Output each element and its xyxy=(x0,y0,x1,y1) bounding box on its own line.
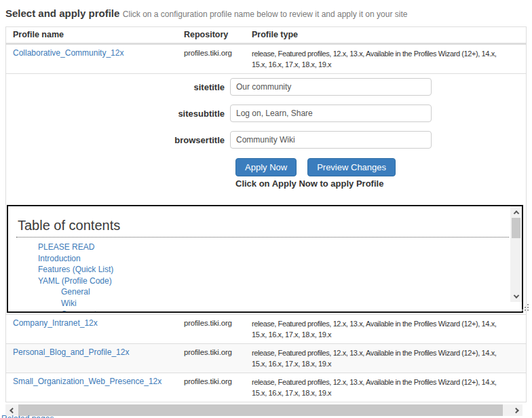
sitesubtitle-input[interactable] xyxy=(230,104,432,122)
profile-link-personal-blog[interactable]: Personal_Blog_and_Profile_12x xyxy=(13,347,129,357)
apply-helper-text: Click on Apply Now to apply Profile xyxy=(235,178,526,189)
clipped-bottom-link[interactable]: Related pages xyxy=(1,414,54,418)
repository-value: profiles.tiki.org xyxy=(177,45,245,73)
form-row-browsertitle: browsertitle xyxy=(6,131,526,149)
scroll-right-arrow-icon[interactable] xyxy=(511,404,522,416)
column-header-profile-name: Profile name xyxy=(6,27,177,43)
profile-preview-frame: Table of contents PLEASE READ Introducti… xyxy=(7,205,523,313)
profile-type-value: release, Featured profiles, 12.x, 13.x, … xyxy=(245,344,526,373)
vertical-scroll-thumb[interactable] xyxy=(512,218,520,238)
toc-divider xyxy=(16,237,509,238)
toc-link-general[interactable]: General xyxy=(61,286,510,298)
toc-link-features-quick-list[interactable]: Features (Quick List) xyxy=(38,264,510,276)
button-row: Apply Now Preview Changes xyxy=(235,158,526,176)
table-row-company-intranet: Company_Intranet_12x profiles.tiki.org r… xyxy=(6,314,526,343)
toc-link-wiki[interactable]: Wiki xyxy=(61,298,510,309)
resize-grip-icon[interactable] xyxy=(522,304,529,311)
profile-link-collaborative-community[interactable]: Collaborative_Community_12x xyxy=(13,48,124,58)
scroll-up-arrow-icon[interactable] xyxy=(510,207,522,217)
page-head: Select and apply profile Click on a conf… xyxy=(5,7,527,20)
table-row-small-organization: Small_Organization_Web_Presence_12x prof… xyxy=(6,373,526,402)
apply-now-button[interactable]: Apply Now xyxy=(235,158,297,176)
column-header-repository: Repository xyxy=(177,27,245,43)
toc-link-comments[interactable]: Comments xyxy=(61,309,510,311)
toc-heading: Table of contents xyxy=(18,218,510,233)
profile-link-company-intranet[interactable]: Company_Intranet_12x xyxy=(13,318,98,328)
profile-type-value: release, Featured profiles, 12.x, 13.x, … xyxy=(245,373,526,402)
table-header-row: Profile name Repository Profile type xyxy=(6,27,526,44)
profile-link-small-organization[interactable]: Small_Organization_Web_Presence_12x xyxy=(13,377,162,386)
toc-link-introduction[interactable]: Introduction xyxy=(38,253,510,265)
repository-value: profiles.tiki.org xyxy=(177,373,245,402)
repository-value: profiles.tiki.org xyxy=(177,344,245,373)
preview-vertical-scrollbar[interactable] xyxy=(510,206,522,302)
repository-value: profiles.tiki.org xyxy=(177,315,245,343)
table-row-personal-blog: Personal_Blog_and_Profile_12x profiles.t… xyxy=(6,343,526,373)
profile-type-value: release, Featured profiles, 12.x, 13.x, … xyxy=(245,315,526,343)
profile-type-value: release, Featured profiles, 12.x, 13.x, … xyxy=(245,45,526,73)
sitetitle-label: sitetitle xyxy=(6,82,230,92)
browsertitle-label: browsertitle xyxy=(6,135,230,145)
table-row-collaborative-community: Collaborative_Community_12x profiles.tik… xyxy=(6,44,526,73)
browsertitle-input[interactable] xyxy=(230,131,432,149)
sitetitle-input[interactable] xyxy=(230,78,432,96)
horizontal-scrollbar[interactable] xyxy=(5,404,522,416)
horizontal-scroll-thumb[interactable] xyxy=(18,404,503,416)
sitesubtitle-label: sitesubtitle xyxy=(6,109,230,119)
preview-content: Table of contents PLEASE READ Introducti… xyxy=(8,206,510,311)
profiles-table: Profile name Repository Profile type Col… xyxy=(5,26,527,402)
column-header-profile-type: Profile type xyxy=(245,27,526,43)
toc-link-please-read[interactable]: PLEASE READ xyxy=(38,242,510,253)
toc-link-yaml-profile-code[interactable]: YAML (Profile Code) xyxy=(38,276,510,287)
form-row-sitetitle: sitetitle xyxy=(6,78,526,96)
expanded-profile-section: sitetitle sitesubtitle browsertitle Appl… xyxy=(6,73,526,314)
preview-changes-button[interactable]: Preview Changes xyxy=(307,158,396,176)
page-title: Select and apply profile xyxy=(5,7,119,19)
form-row-sitesubtitle: sitesubtitle xyxy=(6,104,526,122)
horizontal-scroll-track[interactable] xyxy=(17,404,511,416)
scroll-down-arrow-icon[interactable] xyxy=(510,291,522,301)
page-subtitle: Click on a configuration profile name be… xyxy=(123,10,408,19)
